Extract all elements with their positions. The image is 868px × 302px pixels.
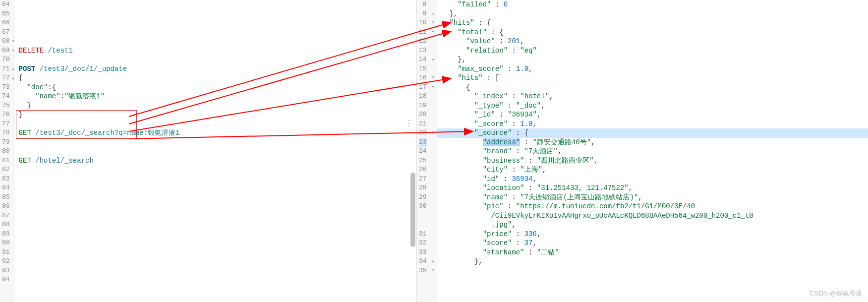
code-line[interactable]: { bbox=[441, 83, 868, 92]
fold-cell bbox=[430, 211, 437, 221]
line-number: 28 bbox=[419, 183, 427, 193]
code-line[interactable]: }, bbox=[441, 55, 868, 64]
fold-cell bbox=[430, 165, 437, 175]
line-number: 69▾ bbox=[2, 46, 10, 56]
fold-cell bbox=[430, 0, 437, 9]
code-line[interactable]: "id" : 36934, bbox=[441, 175, 868, 184]
line-number: 82 bbox=[2, 165, 10, 175]
line-number: 86 bbox=[2, 202, 10, 211]
code-line[interactable]: "_id" : "36934", bbox=[441, 110, 868, 120]
code-line[interactable]: /Cii9EVkyLrKIXo1vAAHgrxo_pUcAALcKQLD688A… bbox=[441, 211, 868, 221]
line-number: 32 bbox=[419, 239, 427, 248]
code-line[interactable]: "_type" : "_doc", bbox=[441, 101, 868, 111]
code-line[interactable]: "total" : { bbox=[441, 28, 868, 37]
code-line[interactable]: "address" : "静安交通路40号", bbox=[441, 138, 868, 147]
line-number: 83 bbox=[2, 175, 10, 184]
line-number: 64 bbox=[2, 0, 10, 9]
code-line[interactable] bbox=[19, 147, 416, 156]
code-line[interactable]: "location" : "31.251433, 121.47522", bbox=[441, 183, 868, 193]
code-line[interactable]: "doc":{ bbox=[19, 83, 416, 92]
code-line[interactable]: } bbox=[19, 110, 416, 120]
code-line[interactable]: "max_score" : 1.0, bbox=[441, 64, 868, 74]
line-number: 81 bbox=[2, 156, 10, 166]
code-line[interactable]: .jpg", bbox=[441, 220, 868, 230]
fold-toggle-icon[interactable]: ▾ bbox=[430, 83, 437, 92]
code-line[interactable]: "_index" : "hotel", bbox=[441, 92, 868, 101]
response-viewer[interactable]: "failed" : 0 }, "hits" : { "total" : { "… bbox=[437, 0, 868, 302]
code-line[interactable]: "business" : "四川北路商业区", bbox=[441, 156, 868, 166]
code-line[interactable]: } bbox=[19, 101, 416, 111]
code-line[interactable]: GET /hotel/_search bbox=[19, 156, 416, 166]
code-line[interactable]: "starName" : "二钻" bbox=[441, 248, 868, 257]
line-number: 24 bbox=[419, 147, 427, 156]
code-line[interactable]: "score" : 37, bbox=[441, 239, 868, 248]
code-line[interactable]: "brand" : "7天酒店", bbox=[441, 147, 868, 156]
code-line[interactable] bbox=[19, 120, 416, 129]
code-line[interactable]: "pic" : "https://m.tuniucdn.com/fb2/t1/G… bbox=[441, 202, 868, 211]
fold-cell bbox=[430, 220, 437, 230]
code-line[interactable]: "relation" : "eq" bbox=[441, 46, 868, 56]
request-editor-pane: 6465666768▾69▾7071▴72▴737475767778798081… bbox=[0, 0, 417, 302]
code-line[interactable]: GET /test3/_doc/_search?q=name:银氨溶液1 bbox=[19, 128, 416, 138]
code-line[interactable]: "failed" : 0 bbox=[441, 0, 868, 9]
line-number: 85 bbox=[2, 193, 10, 202]
fold-toggle-icon[interactable]: ▾ bbox=[430, 73, 437, 83]
fold-toggle-icon[interactable]: ▾ bbox=[430, 18, 437, 28]
line-number: 91 bbox=[2, 248, 10, 257]
code-line[interactable]: }, bbox=[441, 257, 868, 266]
code-line[interactable]: "hits" : { bbox=[441, 18, 868, 28]
fold-cell bbox=[430, 64, 437, 74]
line-number: 93 bbox=[2, 266, 10, 276]
line-number: 76 bbox=[2, 110, 10, 120]
code-line[interactable]: "name":"银氨溶液1" bbox=[19, 92, 416, 101]
code-line[interactable]: "name" : "7天连锁酒店(上海宝山路地铁站店)", bbox=[441, 193, 868, 202]
fold-toggle-icon[interactable]: ▴ bbox=[430, 9, 437, 19]
fold-cell bbox=[430, 147, 437, 156]
line-number: 22 bbox=[419, 128, 427, 138]
code-line[interactable]: "_source" : { bbox=[441, 128, 868, 138]
line-number: 90 bbox=[2, 239, 10, 248]
fold-cell bbox=[430, 110, 437, 120]
code-line[interactable] bbox=[441, 266, 868, 276]
fold-toggle-icon[interactable]: ▾ bbox=[430, 266, 437, 276]
code-line[interactable]: POST /test3/_doc/1/_update bbox=[19, 64, 416, 74]
code-line[interactable] bbox=[19, 165, 416, 175]
fold-toggle-icon[interactable]: ▴ bbox=[430, 257, 437, 266]
code-line[interactable]: "value" : 201, bbox=[441, 37, 868, 46]
code-line[interactable] bbox=[19, 175, 416, 184]
line-number: 87 bbox=[2, 211, 10, 221]
fold-toggle-icon[interactable]: ▾ bbox=[430, 28, 437, 37]
code-line[interactable] bbox=[19, 55, 416, 64]
line-number: 9 bbox=[419, 9, 427, 19]
code-line[interactable] bbox=[19, 138, 416, 147]
line-number: 72▴ bbox=[2, 73, 10, 83]
line-number: 71▴ bbox=[2, 64, 10, 74]
line-number: 23 bbox=[419, 138, 427, 147]
line-number bbox=[419, 220, 427, 230]
line-number: 79 bbox=[2, 138, 10, 147]
fold-toggle-icon[interactable]: ▴ bbox=[430, 55, 437, 64]
code-line[interactable] bbox=[19, 37, 416, 46]
request-editor[interactable]: ⋮ DELETE /test1POST /test3/_doc/1/_updat… bbox=[15, 0, 416, 302]
code-line[interactable]: { bbox=[19, 73, 416, 83]
code-line[interactable]: "_score" : 1.0, bbox=[441, 120, 868, 129]
line-number: 31 bbox=[419, 230, 427, 239]
code-line[interactable]: DELETE /test1 bbox=[19, 46, 416, 56]
line-number: 74 bbox=[2, 92, 10, 101]
fold-cell bbox=[430, 248, 437, 257]
code-line[interactable]: }, bbox=[441, 9, 868, 19]
line-number: 25 bbox=[419, 156, 427, 166]
line-number: 70 bbox=[2, 55, 10, 64]
fold-cell bbox=[430, 175, 437, 184]
line-number: 73 bbox=[2, 83, 10, 92]
code-line[interactable]: "city" : "上海", bbox=[441, 165, 868, 175]
fold-gutter[interactable]: ▴▾▾▴▾▾▾▴▾ bbox=[430, 0, 437, 302]
line-number: 14 bbox=[419, 55, 427, 64]
line-number: 26 bbox=[419, 165, 427, 175]
line-number: 27 bbox=[419, 175, 427, 184]
fold-toggle-icon[interactable]: ▾ bbox=[430, 128, 437, 138]
code-line[interactable]: "hits" : [ bbox=[441, 73, 868, 83]
fold-cell bbox=[430, 138, 437, 147]
line-number: 15 bbox=[419, 64, 427, 74]
code-line[interactable]: "price" : 336, bbox=[441, 230, 868, 239]
